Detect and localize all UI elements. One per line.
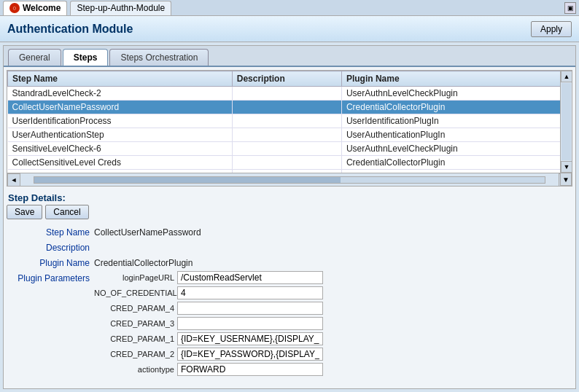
description-value bbox=[94, 240, 570, 253]
vscroll-track bbox=[561, 83, 571, 160]
details-actions: Save Cancel bbox=[7, 205, 572, 219]
hscroll-left[interactable]: ◄ bbox=[7, 173, 20, 187]
details-form: Step Name CollectUserNamePassword Descri… bbox=[7, 225, 572, 389]
col-description: Description bbox=[232, 71, 341, 87]
hscroll-track bbox=[34, 176, 545, 184]
login-page-url-input[interactable] bbox=[177, 271, 323, 284]
vscroll-down[interactable]: ▼ bbox=[561, 161, 572, 173]
table-hscroll[interactable]: ◄ ► bbox=[7, 173, 572, 186]
scroll-corner: ▼ bbox=[560, 173, 572, 186]
table-row[interactable]: UserIdentificationProcessUserIdentificat… bbox=[8, 114, 572, 128]
page-header: Authentication Module Apply bbox=[0, 16, 579, 42]
plugin-name-label: Plugin Name bbox=[9, 256, 90, 268]
actiontype-input[interactable] bbox=[177, 363, 323, 376]
tab-general[interactable]: General bbox=[8, 49, 61, 66]
tab-bar: General Steps Steps Orchestration bbox=[4, 46, 575, 67]
apply-button[interactable]: Apply bbox=[531, 21, 572, 37]
tab-orchestration[interactable]: Steps Orchestration bbox=[109, 49, 209, 66]
col-plugin-name: Plugin Name bbox=[341, 71, 571, 87]
tab-welcome[interactable]: ○ Welcome bbox=[3, 1, 67, 15]
save-button[interactable]: Save bbox=[7, 205, 42, 219]
cred-param3-input[interactable] bbox=[177, 317, 323, 330]
step-details-section: Step Details: Save Cancel Step Name Coll… bbox=[7, 189, 572, 389]
title-bar: ○ Welcome Step-up-Authn-Module ▣ bbox=[0, 0, 579, 16]
tab-steps[interactable]: Steps bbox=[63, 49, 109, 66]
cred-param4-input[interactable] bbox=[177, 302, 323, 315]
no-of-creds-input[interactable] bbox=[177, 286, 323, 299]
table-row[interactable]: CollectSensitiveLevel CredsCredentialCol… bbox=[8, 156, 572, 170]
step-name-value: CollectUserNamePassword bbox=[94, 225, 570, 238]
no-of-creds-label: NO_OF_CREDENTIALS bbox=[94, 286, 174, 299]
titlebar-right: ▣ bbox=[564, 2, 576, 14]
cred-param3-label: CRED_PARAM_3 bbox=[94, 317, 174, 330]
cred-param1-label: CRED_PARAM_1 bbox=[94, 332, 174, 345]
hscroll-thumb bbox=[34, 177, 341, 183]
steps-table-container: Step Name Description Plugin Name Standr… bbox=[7, 70, 572, 187]
table-row[interactable]: CollectUserNamePasswordCredentialCollect… bbox=[8, 101, 572, 114]
description-label: Description bbox=[9, 240, 90, 253]
welcome-icon: ○ bbox=[9, 3, 20, 13]
restore-button[interactable]: ▣ bbox=[564, 2, 576, 14]
table-row[interactable]: UserAuthenticationStepUserAuthentication… bbox=[8, 128, 572, 142]
cred-param4-label: CRED_PARAM_4 bbox=[94, 302, 174, 315]
col-step-name: Step Name bbox=[8, 71, 233, 87]
cred-param2-input[interactable] bbox=[177, 348, 323, 361]
cred-param1-input[interactable] bbox=[177, 332, 323, 345]
tab-authn-label: Step-up-Authn-Module bbox=[77, 3, 165, 13]
login-page-url-label: loginPageURL bbox=[94, 271, 174, 284]
cred-param2-label: CRED_PARAM_2 bbox=[94, 348, 174, 361]
plugin-params-fields: loginPageURL NO_OF_CREDENTIALS CRED_PARA… bbox=[94, 271, 570, 376]
tab-authn-module[interactable]: Step-up-Authn-Module bbox=[70, 1, 171, 15]
page-title: Authentication Module bbox=[7, 23, 133, 36]
table-vscroll[interactable]: ▲ ▼ bbox=[560, 71, 572, 173]
main-content: General Steps Steps Orchestration Step N… bbox=[3, 45, 576, 389]
table-scroll[interactable]: Step Name Description Plugin Name Standr… bbox=[7, 71, 572, 184]
tab-welcome-label: Welcome bbox=[23, 3, 61, 13]
actiontype-label: actiontype bbox=[94, 363, 174, 376]
cancel-button[interactable]: Cancel bbox=[45, 205, 88, 219]
plugin-name-value: CredentialCollectorPlugin bbox=[94, 256, 570, 268]
plugin-params-label: Plugin Parameters bbox=[9, 271, 90, 283]
vscroll-up[interactable]: ▲ bbox=[561, 71, 572, 82]
table-row[interactable]: StandradLevelCheck-2UserAuthnLevelCheckP… bbox=[8, 87, 572, 101]
table-row[interactable]: SensitiveLevelCheck-6UserAuthnLevelCheck… bbox=[8, 142, 572, 156]
step-details-title: Step Details: bbox=[7, 189, 572, 205]
steps-table: Step Name Description Plugin Name Standr… bbox=[7, 71, 572, 184]
step-name-label: Step Name bbox=[9, 225, 90, 238]
